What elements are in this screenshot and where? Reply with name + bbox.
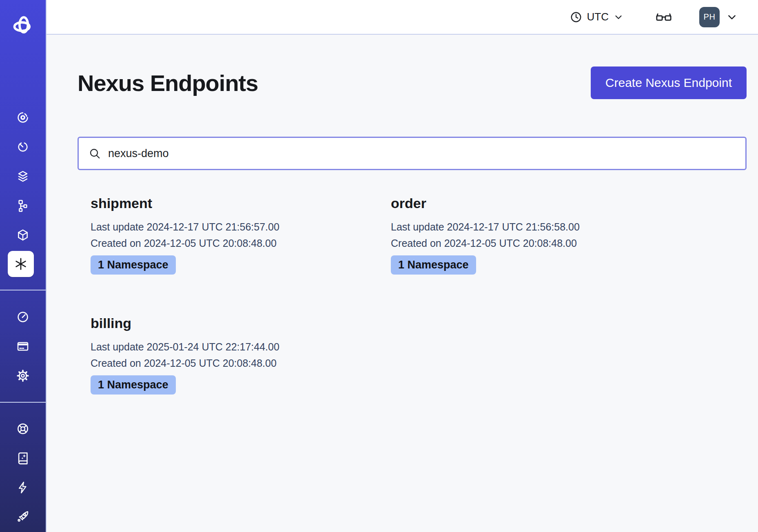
namespace-badge: 1 Namespace <box>91 375 176 395</box>
endpoint-name[interactable]: billing <box>91 315 391 331</box>
endpoint-created: Created on 2024-12-05 UTC 20:08:48.00 <box>91 235 391 251</box>
endpoint-name[interactable]: order <box>391 195 691 211</box>
sidebar-divider <box>0 290 46 290</box>
sidebar-item-usage[interactable] <box>0 310 46 324</box>
endpoint-card[interactable]: order Last update 2024-12-17 UTC 21:56:5… <box>391 195 691 275</box>
spiral-icon <box>16 111 29 124</box>
create-nexus-endpoint-button[interactable]: Create Nexus Endpoint <box>591 66 747 99</box>
clock-icon <box>570 11 582 23</box>
endpoint-last-update: Last update 2024-12-17 UTC 21:56:58.00 <box>391 219 691 235</box>
search-input[interactable] <box>107 147 737 160</box>
sidebar-item-namespaces[interactable] <box>0 111 46 124</box>
sidebar-item-getting-started[interactable] <box>0 510 46 523</box>
sidebar-item-feedback[interactable] <box>0 481 46 494</box>
endpoint-grid: shipment Last update 2024-12-17 UTC 21:5… <box>78 195 747 395</box>
cube-icon <box>16 228 29 242</box>
sidebar-divider <box>0 402 46 403</box>
sidebar-item-settings[interactable] <box>0 369 46 382</box>
timer-icon <box>16 140 29 153</box>
title-row: Nexus Endpoints Create Nexus Endpoint <box>78 66 747 99</box>
chevron-down-icon <box>614 12 623 22</box>
namespace-badge: 1 Namespace <box>91 255 176 275</box>
top-header: UTC PH <box>47 0 758 35</box>
credit-card-icon <box>16 340 29 353</box>
sidebar-item-billing[interactable] <box>0 340 46 353</box>
search-box[interactable] <box>78 137 747 170</box>
lifebuoy-icon <box>16 422 29 435</box>
endpoint-card[interactable]: billing Last update 2025-01-24 UTC 22:17… <box>91 315 391 395</box>
search-icon <box>89 147 101 160</box>
timezone-label: UTC <box>587 11 609 23</box>
main-area: Nexus Endpoints Create Nexus Endpoint sh… <box>47 35 758 532</box>
timezone-selector[interactable]: UTC <box>570 11 623 23</box>
lightning-icon <box>16 481 29 494</box>
endpoint-card[interactable]: shipment Last update 2024-12-17 UTC 21:5… <box>91 195 391 275</box>
layers-icon <box>16 170 29 183</box>
chevron-down-icon <box>726 11 738 23</box>
avatar-initials: PH <box>704 12 716 22</box>
sidebar-item-deployments[interactable] <box>0 170 46 183</box>
endpoint-last-update: Last update 2024-12-17 UTC 21:56:57.00 <box>91 219 391 235</box>
gauge-icon <box>16 310 29 324</box>
book-sparkles-icon <box>16 452 29 465</box>
sidebar-item-support[interactable] <box>0 422 46 435</box>
endpoint-name[interactable]: shipment <box>91 195 391 211</box>
rocket-icon <box>16 510 29 523</box>
workflow-graph-icon <box>16 199 29 212</box>
endpoint-last-update: Last update 2025-01-24 UTC 22:17:44.00 <box>91 339 391 355</box>
sidebar-item-workflow-graph[interactable] <box>0 199 46 212</box>
asterisk-icon <box>13 257 28 271</box>
temporal-logo[interactable] <box>0 15 46 36</box>
gear-icon <box>16 369 29 382</box>
sidebar-item-cube[interactable] <box>0 228 46 242</box>
temporal-logo-icon <box>12 15 33 36</box>
sidebar <box>0 0 47 532</box>
account-menu-button[interactable] <box>726 11 738 23</box>
glasses-icon <box>655 9 672 26</box>
avatar[interactable]: PH <box>699 7 720 27</box>
sidebar-item-schedules[interactable] <box>0 140 46 153</box>
read-only-mode-button[interactable] <box>655 9 672 26</box>
namespace-badge: 1 Namespace <box>391 255 476 275</box>
endpoint-created: Created on 2024-12-05 UTC 20:08:48.00 <box>91 355 391 371</box>
page-title: Nexus Endpoints <box>78 70 258 96</box>
sidebar-item-docs[interactable] <box>0 452 46 465</box>
endpoint-created: Created on 2024-12-05 UTC 20:08:48.00 <box>391 235 691 251</box>
sidebar-item-nexus-active[interactable] <box>8 251 34 277</box>
